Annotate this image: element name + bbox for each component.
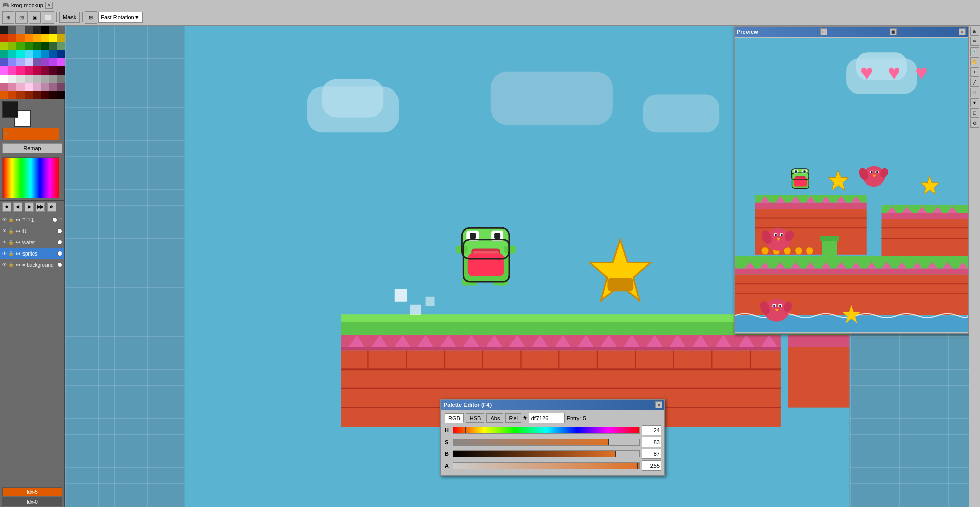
palette-cell-22[interactable]: [49, 42, 57, 50]
palette-cell-66[interactable]: [16, 91, 25, 99]
tab-rel[interactable]: Rel: [505, 413, 521, 423]
palette-cell-0[interactable]: [0, 26, 8, 34]
palette-cell-8[interactable]: [0, 34, 8, 42]
palette-cell-12[interactable]: [33, 34, 41, 42]
palette-cell-58[interactable]: [16, 83, 25, 91]
a-value-input[interactable]: [642, 460, 661, 471]
palette-cell-48[interactable]: [0, 75, 8, 83]
palette-cell-68[interactable]: [33, 91, 41, 99]
tool-pencil[interactable]: ✏: [970, 37, 979, 46]
palette-cell-35[interactable]: [25, 58, 33, 66]
timeline-prev[interactable]: ◀: [13, 202, 22, 212]
timeline-first[interactable]: ⏮: [2, 202, 11, 212]
palette-cell-40[interactable]: [0, 66, 8, 75]
palette-cell-27[interactable]: [25, 50, 33, 58]
palette-cell-13[interactable]: [41, 34, 49, 42]
palette-cell-17[interactable]: [8, 42, 16, 50]
tool-rect[interactable]: □: [970, 88, 979, 97]
preview-close[interactable]: ×: [959, 28, 966, 35]
tool-zoom[interactable]: +: [970, 67, 979, 77]
palette-cell-15[interactable]: [57, 34, 65, 42]
palette-cell-26[interactable]: [16, 50, 25, 58]
preview-maximize[interactable]: □: [820, 28, 827, 35]
palette-cell-53[interactable]: [41, 75, 49, 83]
palette-cell-39[interactable]: [57, 58, 65, 66]
active-color-swatch[interactable]: II: [2, 128, 59, 140]
palette-cell-50[interactable]: [16, 75, 25, 83]
layer-item[interactable]: 👁 🔒 ●● ■ background: [0, 259, 64, 270]
tool-settings[interactable]: ⚙: [970, 119, 979, 128]
layer-visibility-dot[interactable]: [57, 228, 62, 234]
tab-hsb[interactable]: HSB: [466, 413, 485, 423]
idx-5-label[interactable]: ldx-5: [2, 487, 62, 496]
palette-cell-6[interactable]: [49, 26, 57, 34]
a-slider-track[interactable]: [453, 462, 640, 469]
layer-visibility-dot[interactable]: [57, 262, 62, 267]
palette-cell-30[interactable]: [49, 50, 57, 58]
palette-cell-29[interactable]: [41, 50, 49, 58]
palette-cell-33[interactable]: [8, 58, 16, 66]
rotation-dropdown[interactable]: Fast Rotation ▼: [98, 12, 142, 23]
palette-cell-69[interactable]: [41, 91, 49, 99]
palette-cell-36[interactable]: [33, 58, 41, 66]
palette-cell-52[interactable]: [33, 75, 41, 83]
layer-item[interactable]: 👁 🔒 ●● water: [0, 237, 64, 248]
palette-cell-32[interactable]: [0, 58, 8, 66]
mask-button[interactable]: Mask: [59, 12, 80, 23]
palette-cell-46[interactable]: [49, 66, 57, 75]
palette-cell-54[interactable]: [49, 75, 57, 83]
palette-cell-4[interactable]: [33, 26, 41, 34]
canvas-area[interactable]: Preview □ ▣ × ♥ ♥ ♥: [65, 26, 969, 507]
palette-cell-62[interactable]: [49, 83, 57, 91]
fg-color-swatch[interactable]: [2, 101, 18, 118]
palette-cell-21[interactable]: [41, 42, 49, 50]
timeline-play[interactable]: ▶: [25, 202, 34, 212]
palette-cell-23[interactable]: [57, 42, 65, 50]
toolbar-btn-3[interactable]: ▣: [29, 11, 41, 24]
palette-cell-3[interactable]: [25, 26, 33, 34]
palette-cell-11[interactable]: [25, 34, 33, 42]
hex-input[interactable]: [529, 413, 565, 423]
palette-cell-59[interactable]: [25, 83, 33, 91]
palette-cell-25[interactable]: [8, 50, 16, 58]
palette-cell-61[interactable]: [41, 83, 49, 91]
tool-hand[interactable]: ✋: [970, 57, 979, 66]
layer-item[interactable]: 👁 🔒 ●● UI: [0, 225, 64, 237]
palette-cell-45[interactable]: [41, 66, 49, 75]
preview-restore[interactable]: ▣: [890, 28, 897, 35]
palette-cell-2[interactable]: [16, 26, 25, 34]
layer-item[interactable]: 👁 🔒 ●● T □ 1 1: [0, 214, 64, 225]
tool-eyedropper[interactable]: 💉: [970, 47, 979, 56]
palette-cell-1[interactable]: [8, 26, 16, 34]
palette-cell-19[interactable]: [25, 42, 33, 50]
palette-cell-18[interactable]: [16, 42, 25, 50]
palette-cell-28[interactable]: [33, 50, 41, 58]
palette-cell-20[interactable]: [33, 42, 41, 50]
palette-cell-10[interactable]: [16, 34, 25, 42]
palette-cell-7[interactable]: [57, 26, 65, 34]
palette-cell-71[interactable]: [57, 91, 65, 99]
palette-cell-47[interactable]: [57, 66, 65, 75]
tool-line[interactable]: ╱: [970, 78, 979, 87]
palette-cell-16[interactable]: [0, 42, 8, 50]
palette-cell-65[interactable]: [8, 91, 16, 99]
h-slider-track[interactable]: [453, 427, 640, 434]
palette-cell-60[interactable]: [33, 83, 41, 91]
color-picker[interactable]: [2, 157, 59, 198]
b-slider-track[interactable]: [453, 450, 640, 457]
palette-cell-55[interactable]: [57, 75, 65, 83]
palette-cell-37[interactable]: [41, 58, 49, 66]
palette-cell-34[interactable]: [16, 58, 25, 66]
title-close-btn[interactable]: ×: [45, 2, 53, 9]
toolbar-btn-5[interactable]: ⊞: [85, 11, 97, 24]
tool-fill[interactable]: ▼: [970, 98, 979, 107]
tab-rgb[interactable]: RGB: [445, 413, 464, 423]
palette-cell-42[interactable]: [16, 66, 25, 75]
palette-cell-49[interactable]: [8, 75, 16, 83]
palette-cell-5[interactable]: [41, 26, 49, 34]
palette-cell-57[interactable]: [8, 83, 16, 91]
palette-cell-63[interactable]: [57, 83, 65, 91]
toolbar-btn-4[interactable]: ⬜: [42, 11, 54, 24]
palette-cell-51[interactable]: [25, 75, 33, 83]
toolbar-btn-2[interactable]: ⊡: [15, 11, 28, 24]
